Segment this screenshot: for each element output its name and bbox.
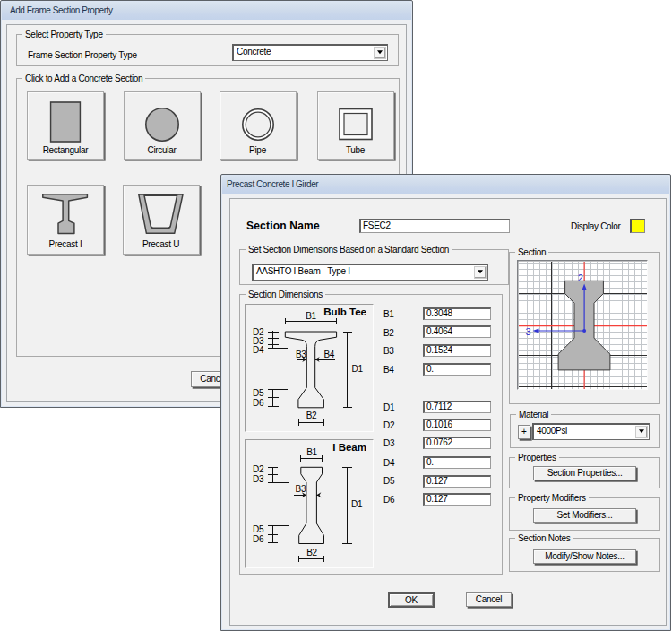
svg-text:B1: B1 xyxy=(306,311,316,321)
svg-text:B3: B3 xyxy=(296,350,306,359)
svg-text:D4: D4 xyxy=(253,345,264,355)
svg-text:3: 3 xyxy=(526,326,531,337)
svg-text:B2: B2 xyxy=(306,548,317,558)
svg-text:B1: B1 xyxy=(306,447,317,457)
svg-text:D2: D2 xyxy=(253,464,264,474)
svg-text:D6: D6 xyxy=(253,534,264,544)
svg-text:D6: D6 xyxy=(253,398,264,408)
svg-text:D1: D1 xyxy=(352,364,364,374)
svg-text:2: 2 xyxy=(578,272,583,283)
svg-text:B2: B2 xyxy=(306,411,317,420)
svg-text:B3: B3 xyxy=(296,484,306,494)
svg-text:B4: B4 xyxy=(324,350,335,359)
svg-text:D1: D1 xyxy=(351,499,363,509)
svg-text:D5: D5 xyxy=(253,524,264,534)
svg-text:Bulb Tee: Bulb Tee xyxy=(323,307,366,317)
svg-text:D3: D3 xyxy=(253,474,264,484)
svg-text:I Beam: I Beam xyxy=(332,442,366,453)
svg-text:D5: D5 xyxy=(253,388,264,398)
